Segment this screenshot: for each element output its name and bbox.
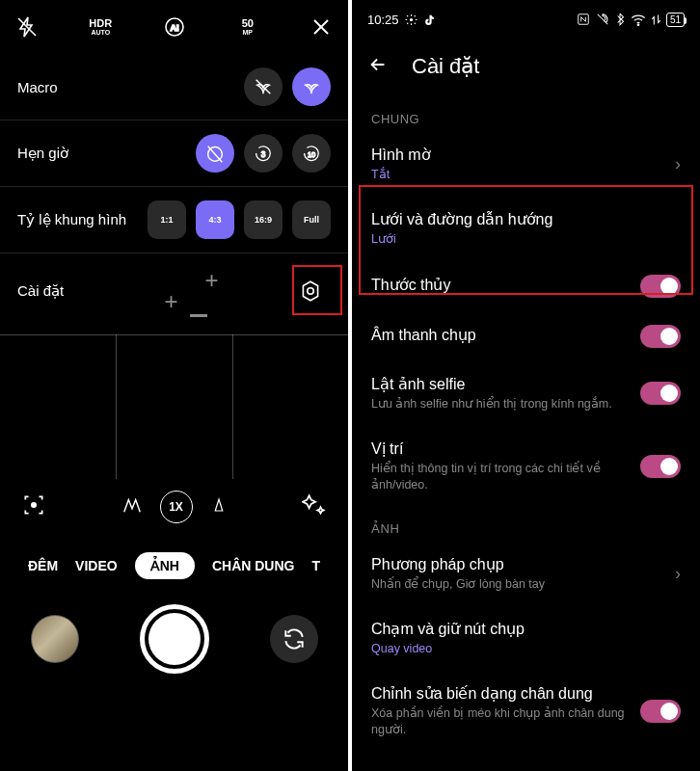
ratio-label: Tỷ lệ khung hình xyxy=(17,211,126,228)
mode-video[interactable]: VIDEO xyxy=(75,558,118,573)
shutter-sound-item[interactable]: Âm thanh chụp xyxy=(352,311,700,361)
battery-indicator: 51 xyxy=(666,13,685,27)
zoom-1x-button[interactable]: 1X xyxy=(160,491,193,523)
back-button[interactable] xyxy=(367,54,389,79)
settings-status-icon xyxy=(405,13,417,26)
timer-row: Hẹn giờ 3 10 xyxy=(0,120,348,187)
location-toggle[interactable] xyxy=(640,455,681,478)
highlight-box-right xyxy=(359,185,693,295)
selfie-flip-item[interactable]: Lật ảnh selfie Lưu ảnh selfie như hiển t… xyxy=(352,361,700,426)
aspect-ratio-row: Tỷ lệ khung hình 1:1 4:3 16:9 Full xyxy=(0,187,348,253)
settings-label: Cài đặt xyxy=(17,282,64,300)
close-icon[interactable] xyxy=(308,13,335,40)
svg-text:3: 3 xyxy=(261,150,266,159)
mode-selector[interactable]: ĐÊM VIDEO ẢNH CHÂN DUNG T xyxy=(0,535,348,597)
highlight-box xyxy=(292,265,342,315)
nfc-icon xyxy=(577,13,590,26)
wifi-icon xyxy=(631,13,646,26)
viewfinder-grid xyxy=(0,334,348,479)
hold-shutter-item[interactable]: Chạm và giữ nút chụp Quay video xyxy=(352,606,700,671)
macro-row: Macro xyxy=(0,54,348,120)
settings-screen: 10:25 51 Cài đặt CHUNG Hình mờ xyxy=(352,0,700,771)
settings-row: Cài đặt ++ xyxy=(0,253,348,334)
svg-text:10: 10 xyxy=(308,150,315,159)
macro-label: Macro xyxy=(17,79,58,95)
ratio-full-button[interactable]: Full xyxy=(292,200,331,239)
shutter-row xyxy=(0,597,348,695)
svg-point-11 xyxy=(32,503,36,507)
svg-point-12 xyxy=(409,17,412,20)
location-item[interactable]: Vị trí Hiển thị thông tin vị trí trong c… xyxy=(352,426,700,507)
focus-indicator-icon: ++ xyxy=(165,267,219,315)
distortion-item[interactable]: Chỉnh sửa biến dạng chân dung Xóa phần v… xyxy=(352,671,700,752)
mode-portrait[interactable]: CHÂN DUNG xyxy=(212,558,295,573)
capture-method-item[interactable]: Phương pháp chụp Nhấn để chụp, Giơ lòng … xyxy=(352,542,700,606)
section-general: CHUNG xyxy=(352,96,700,132)
svg-text:AI: AI xyxy=(170,23,178,33)
switch-camera-button[interactable] xyxy=(270,615,318,663)
filters-icon[interactable] xyxy=(302,492,327,521)
ratio-4-3-button[interactable]: 4:3 xyxy=(196,200,234,239)
flash-icon[interactable] xyxy=(13,13,40,40)
header: Cài đặt xyxy=(352,33,700,96)
chevron-right-icon: › xyxy=(675,564,681,584)
zoom-tele-icon[interactable] xyxy=(210,494,228,519)
svg-point-14 xyxy=(637,24,638,25)
bluetooth-icon xyxy=(615,13,625,26)
macro-on-button[interactable] xyxy=(292,67,331,106)
megapixel-icon[interactable]: 50MP xyxy=(234,13,261,40)
mode-photo[interactable]: ẢNH xyxy=(135,552,195,579)
status-bar: 10:25 51 xyxy=(352,0,700,33)
distortion-toggle[interactable] xyxy=(640,700,681,723)
mode-more[interactable]: T xyxy=(311,558,320,573)
focus-mode-icon[interactable] xyxy=(21,492,46,521)
page-title: Cài đặt xyxy=(412,54,479,79)
chevron-right-icon: › xyxy=(675,154,681,174)
ai-icon[interactable]: AI xyxy=(161,13,188,40)
shutter-sound-toggle[interactable] xyxy=(640,325,681,348)
section-photo: ẢNH xyxy=(352,506,700,542)
gallery-thumbnail[interactable] xyxy=(31,615,79,663)
zoom-wide-icon[interactable] xyxy=(121,494,143,519)
hdr-icon[interactable]: HDRAUTO xyxy=(87,13,114,40)
camera-screen: HDRAUTO AI 50MP Macro xyxy=(0,0,348,771)
selfie-toggle[interactable] xyxy=(640,382,681,405)
timer-off-button[interactable] xyxy=(196,134,234,173)
zoom-row: 1X xyxy=(0,479,348,535)
tiktok-status-icon xyxy=(423,13,436,26)
top-icon-bar: HDRAUTO AI 50MP xyxy=(0,0,348,54)
timer-3s-button[interactable]: 3 xyxy=(244,134,283,173)
macro-off-button[interactable] xyxy=(244,67,283,106)
timer-10s-button[interactable]: 10 xyxy=(292,134,331,173)
status-time: 10:25 xyxy=(367,13,399,27)
mute-icon xyxy=(596,13,609,26)
ratio-16-9-button[interactable]: 16:9 xyxy=(244,200,283,239)
ratio-1-1-button[interactable]: 1:1 xyxy=(148,200,186,239)
shutter-button[interactable] xyxy=(140,604,209,674)
signal-swap-icon xyxy=(652,13,660,26)
mode-night[interactable]: ĐÊM xyxy=(28,558,58,573)
timer-label: Hẹn giờ xyxy=(17,145,68,162)
